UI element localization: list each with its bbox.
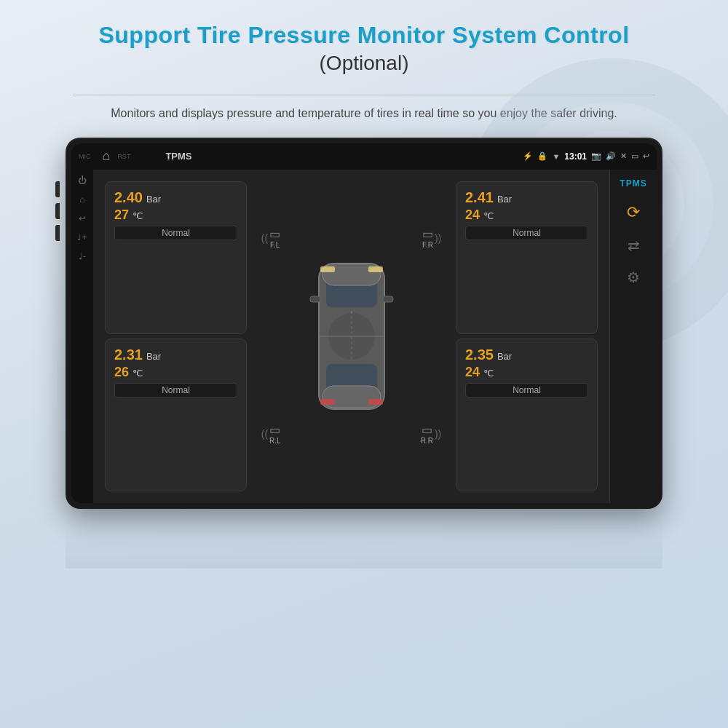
- waves-rl-icon: ((: [261, 428, 268, 440]
- sensor-rr-group: ▭ R.R )): [421, 423, 442, 445]
- volume-icon: 🔊: [606, 151, 616, 161]
- tire-rr-temp-row: 24 ℃: [465, 365, 588, 380]
- side-buttons: [55, 181, 60, 241]
- wifi-icon: ▼: [552, 152, 560, 161]
- sensor-rl-group: (( ▭ R.L: [261, 423, 281, 445]
- left-sidebar: ⏻ ⌂ ↩ ♩+ ♩-: [71, 170, 93, 503]
- tire-rr-pressure: 2.35: [465, 347, 494, 363]
- tire-center: (( ▭ F.L ▭: [251, 181, 451, 491]
- label-rr: R.R: [421, 437, 433, 445]
- tire-rr-pressure-row: 2.35 Bar: [465, 347, 588, 363]
- page-container: Support Tire Pressure Monitor System Con…: [0, 0, 728, 728]
- tire-fr-pressure: 2.41: [465, 189, 494, 206]
- tire-fl-pressure-row: 2.40 Bar: [114, 189, 237, 206]
- sync-icon[interactable]: ⟳: [627, 203, 640, 222]
- waves-rr-icon: )): [435, 428, 441, 440]
- side-button-1[interactable]: [55, 181, 60, 197]
- tire-rl-status: Normal: [114, 383, 237, 397]
- device-frame: MIC ⌂ RST TPMS ⚡ 🔒 ▼ 13:01 📷 🔊 ✕ ▭ ↩: [66, 138, 662, 509]
- waves-fr-icon: )): [435, 232, 441, 244]
- lock-icon: 🔒: [537, 151, 547, 161]
- tire-icon-fl: ▭: [269, 227, 280, 241]
- tire-fr-temp-unit: ℃: [483, 210, 494, 221]
- tire-rl-temp-unit: ℃: [132, 368, 143, 379]
- tire-fl-pressure: 2.40: [114, 189, 143, 206]
- tire-rr-pressure-unit: Bar: [497, 351, 512, 362]
- svg-rect-6: [383, 296, 393, 302]
- camera-icon: 📷: [591, 151, 601, 161]
- tire-rl-pressure-unit: Bar: [146, 351, 161, 362]
- side-button-3[interactable]: [55, 225, 60, 241]
- sensor-fl-group: (( ▭ F.L: [261, 227, 280, 249]
- tire-fr-status: Normal: [465, 226, 588, 240]
- sidebar-power-icon[interactable]: ⏻: [78, 175, 87, 186]
- sidebar-vol-down-icon[interactable]: ♩-: [79, 251, 86, 261]
- usb-icon: ⚡: [523, 151, 533, 161]
- tire-icon-rl: ▭: [269, 423, 280, 437]
- status-bar: MIC ⌂ RST TPMS ⚡ 🔒 ▼ 13:01 📷 🔊 ✕ ▭ ↩: [71, 143, 657, 170]
- device-reflection: [66, 510, 662, 569]
- status-icons: ⚡ 🔒 ▼ 13:01 📷 🔊 ✕ ▭ ↩: [523, 151, 649, 162]
- tire-fl-temp-row: 27 ℃: [114, 207, 237, 223]
- device-screen: MIC ⌂ RST TPMS ⚡ 🔒 ▼ 13:01 📷 🔊 ✕ ▭ ↩: [71, 143, 657, 503]
- tire-fr-pressure-unit: Bar: [497, 194, 512, 205]
- tire-fr-pressure-row: 2.41 Bar: [465, 189, 588, 206]
- tire-card-fl: 2.40 Bar 27 ℃ Normal: [105, 181, 247, 334]
- reflection-inner: [66, 510, 662, 569]
- right-panel: TPMS ⟳ ⇄ ⚙: [609, 170, 657, 503]
- svg-rect-5: [310, 296, 320, 302]
- svg-rect-11: [368, 399, 383, 405]
- tpms-display: 2.40 Bar 27 ℃ Normal: [93, 170, 609, 503]
- side-button-2[interactable]: [55, 203, 60, 219]
- transfer-icon[interactable]: ⇄: [628, 237, 640, 254]
- close-icon[interactable]: ✕: [620, 151, 627, 161]
- tire-card-fr: 2.41 Bar 24 ℃ Normal: [456, 181, 598, 334]
- window-icon[interactable]: ▭: [631, 151, 638, 161]
- svg-rect-8: [320, 266, 335, 272]
- sidebar-home-icon[interactable]: ⌂: [79, 194, 84, 205]
- label-rl: R.L: [269, 437, 281, 445]
- app-title-label: TPMS: [165, 151, 517, 162]
- right-panel-tpms-label: TPMS: [620, 178, 646, 189]
- tire-rl-temp: 26: [114, 365, 129, 380]
- tire-icon-fr: ▭: [422, 227, 433, 241]
- tire-rl-pressure: 2.31: [114, 347, 143, 363]
- tire-rr-temp-unit: ℃: [483, 368, 494, 379]
- tire-fl-temp-unit: ℃: [132, 210, 143, 221]
- sensor-fr-group: ▭ F.R )): [422, 227, 441, 249]
- svg-rect-10: [320, 399, 335, 405]
- tire-icon-rr: ▭: [422, 423, 432, 437]
- tire-fl-temp: 27: [114, 207, 129, 223]
- tpms-layout: 2.40 Bar 27 ℃ Normal: [100, 177, 602, 496]
- tire-rr-status: Normal: [465, 383, 588, 397]
- main-title: Support Tire Pressure Monitor System Con…: [15, 22, 713, 49]
- tire-fr-temp: 24: [465, 207, 480, 223]
- device-content: ⏻ ⌂ ↩ ♩+ ♩- 2.40 Bar: [71, 170, 657, 503]
- tire-card-rl: 2.31 Bar 26 ℃ Normal: [105, 339, 247, 491]
- rst-label: RST: [117, 153, 130, 160]
- waves-fl-icon: ((: [261, 232, 268, 244]
- sensor-rl: ▭ R.L: [269, 423, 281, 445]
- label-fl: F.L: [270, 241, 280, 249]
- tire-fl-status: Normal: [114, 226, 237, 240]
- status-time: 13:01: [564, 151, 587, 162]
- back-icon[interactable]: ↩: [643, 151, 649, 161]
- tire-rl-temp-row: 26 ℃: [114, 365, 237, 380]
- sensor-fr: ▭ F.R: [422, 227, 433, 249]
- sensor-fl: ▭ F.L: [269, 227, 280, 249]
- sidebar-back-icon[interactable]: ↩: [79, 213, 86, 223]
- car-topdown-svg: [304, 256, 399, 416]
- sidebar-vol-up-icon[interactable]: ♩+: [77, 232, 87, 242]
- tire-fr-temp-row: 24 ℃: [465, 207, 588, 223]
- home-icon[interactable]: ⌂: [103, 149, 111, 164]
- sensor-rr: ▭ R.R: [421, 423, 433, 445]
- tire-fl-pressure-unit: Bar: [146, 194, 161, 205]
- settings-gear-icon[interactable]: ⚙: [627, 269, 640, 286]
- label-fr: F.R: [422, 241, 433, 249]
- mic-label: MIC: [79, 153, 91, 160]
- tire-rl-pressure-row: 2.31 Bar: [114, 347, 237, 363]
- tire-card-rr: 2.35 Bar 24 ℃ Normal: [456, 339, 598, 491]
- svg-rect-9: [368, 266, 383, 272]
- tire-rr-temp: 24: [465, 365, 480, 380]
